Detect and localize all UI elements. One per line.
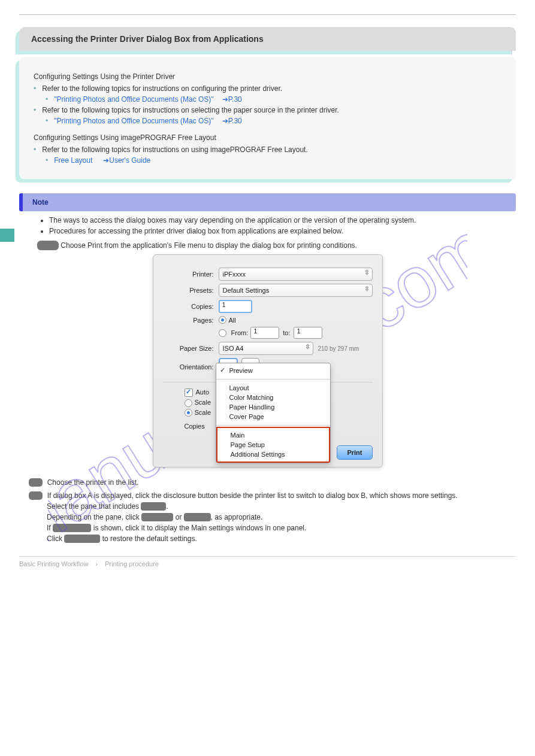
gray-viewset: View set. bbox=[53, 524, 91, 532]
info-box: Configuring Settings Using the Printer D… bbox=[19, 57, 516, 179]
orientation-label: Orientation: bbox=[163, 363, 214, 371]
para-1: Select the pane that includes Main. bbox=[47, 502, 430, 511]
pages-range-radio[interactable] bbox=[219, 329, 226, 337]
step-2: 2 If dialog box A is displayed, click th… bbox=[29, 491, 516, 500]
page-ref-1: ➔P.30 bbox=[222, 95, 242, 104]
bullet-icon: • bbox=[46, 156, 48, 165]
auto-rotate-label: Auto bbox=[196, 388, 210, 396]
pages-from-input[interactable]: 1 bbox=[250, 327, 279, 339]
step-2-badge: 2 bbox=[29, 491, 43, 500]
top-rule bbox=[19, 14, 516, 15]
highlighted-menu-group: Main Page Setup Additional Settings bbox=[216, 427, 330, 463]
scale-label-1: Scale bbox=[195, 399, 211, 406]
copies-row-label: Copies bbox=[185, 423, 205, 430]
menu-preview[interactable]: Preview bbox=[216, 366, 330, 375]
section-title: Accessing the Printer Driver Dialog Box … bbox=[19, 27, 516, 51]
note-item-2: Procedures for accessing the printer dri… bbox=[49, 227, 516, 235]
scale-radio-2[interactable] bbox=[185, 409, 192, 417]
pages-to-input[interactable]: 1 bbox=[294, 327, 322, 339]
step-badge: xx bbox=[37, 241, 59, 250]
para-3: If View set. is shown, click it to displ… bbox=[47, 524, 430, 532]
subhead-2: Configuring Settings Using imagePROGRAF … bbox=[34, 133, 501, 142]
printer-select[interactable]: iPFxxxx bbox=[219, 268, 373, 281]
bullet-icon: • bbox=[34, 106, 36, 114]
note-header: Note bbox=[19, 193, 516, 211]
note-title: Note bbox=[32, 198, 49, 207]
bullet-icon: • bbox=[34, 145, 36, 154]
bullet-icon: • bbox=[34, 84, 36, 93]
menu-main[interactable]: Main bbox=[217, 430, 329, 440]
gray-color: Color bbox=[184, 513, 211, 521]
pages-to-label: to: bbox=[283, 329, 290, 336]
page-ref-2: ➔P.30 bbox=[222, 117, 242, 125]
bullet-icon: • bbox=[46, 95, 48, 104]
subhead-1: Configuring Settings Using the Printer D… bbox=[34, 72, 501, 81]
bullet-icon: • bbox=[46, 117, 48, 125]
presets-select[interactable]: Default Settings bbox=[219, 284, 373, 297]
link-2[interactable]: "Printing Photos and Office Documents (M… bbox=[54, 117, 213, 125]
bullet-1: Refer to the following topics for instru… bbox=[42, 84, 282, 93]
free-layout-link[interactable]: Free Layout bbox=[54, 156, 92, 165]
paper-size-label: Paper Size: bbox=[163, 345, 214, 352]
side-tab bbox=[0, 229, 14, 242]
dialog-pane-menu[interactable]: Preview Layout Color Matching Paper Hand… bbox=[216, 363, 331, 463]
pages-all-label: All bbox=[229, 317, 236, 324]
scale-label-2: Scale bbox=[195, 409, 211, 416]
crumb-sep: › bbox=[95, 560, 98, 567]
menu-additional-settings[interactable]: Additional Settings bbox=[217, 450, 329, 459]
menu-paper-handling[interactable]: Paper Handling bbox=[216, 402, 330, 412]
menu-cover-page[interactable]: Cover Page bbox=[216, 412, 330, 421]
section-title-text: Accessing the Printer Driver Dialog Box … bbox=[31, 34, 264, 44]
menu-page-setup[interactable]: Page Setup bbox=[217, 440, 329, 450]
paper-size-note: 210 by 297 mm bbox=[318, 345, 359, 352]
scale-radio-1[interactable] bbox=[185, 399, 192, 407]
print-dialog: Printer: iPFxxxx Presets: Default Settin… bbox=[153, 254, 383, 467]
auto-rotate-checkbox[interactable] bbox=[185, 388, 193, 397]
para-4: Click Defaults to restore the default se… bbox=[47, 535, 430, 543]
gray-defaults: Defaults bbox=[64, 535, 100, 543]
presets-label: Presets: bbox=[163, 287, 214, 294]
note-list: The ways to access the dialog boxes may … bbox=[49, 216, 516, 235]
print-button[interactable]: Print bbox=[337, 445, 372, 460]
link-1[interactable]: "Printing Photos and Office Documents (M… bbox=[54, 95, 213, 104]
dialog-intro-text: Choose Print from the application's File… bbox=[61, 241, 357, 250]
pages-from-label: From: bbox=[231, 329, 249, 336]
paper-size-select[interactable]: ISO A4 bbox=[219, 342, 313, 355]
menu-layout[interactable]: Layout bbox=[216, 383, 330, 393]
bullet-2: Refer to the following topics for instru… bbox=[42, 106, 339, 114]
step-1-text: Choose the printer in the list. bbox=[47, 478, 139, 487]
dialog-intro: xx Choose Print from the application's F… bbox=[37, 241, 498, 250]
footer: Basic Printing Workflow › Printing proce… bbox=[19, 556, 516, 567]
note-item-1: The ways to access the dialog boxes may … bbox=[49, 216, 516, 224]
breadcrumb: Basic Printing Workflow › Printing proce… bbox=[19, 560, 159, 567]
gray-quality: Quality bbox=[141, 513, 173, 521]
copies-label: Copies: bbox=[163, 303, 214, 310]
manual-ref: ➔User's Guide bbox=[103, 156, 150, 165]
step-1: 1 Choose the printer in the list. bbox=[29, 478, 516, 487]
bullet-3: Refer to the following topics for instru… bbox=[42, 145, 308, 154]
menu-color-matching[interactable]: Color Matching bbox=[216, 393, 330, 402]
copies-input[interactable]: 1 bbox=[219, 300, 252, 313]
crumb-1: Basic Printing Workflow bbox=[19, 560, 88, 567]
para-2: Depending on the pane, click Quality or … bbox=[47, 513, 430, 521]
pages-label: Pages: bbox=[163, 317, 214, 324]
gray-main: Main bbox=[141, 502, 166, 511]
crumb-2: Printing procedure bbox=[105, 560, 159, 567]
pages-all-radio[interactable] bbox=[219, 316, 226, 324]
step-1-badge: 1 bbox=[29, 478, 43, 487]
printer-label: Printer: bbox=[163, 271, 214, 278]
step-2-text: If dialog box A is displayed, click the … bbox=[47, 491, 458, 500]
